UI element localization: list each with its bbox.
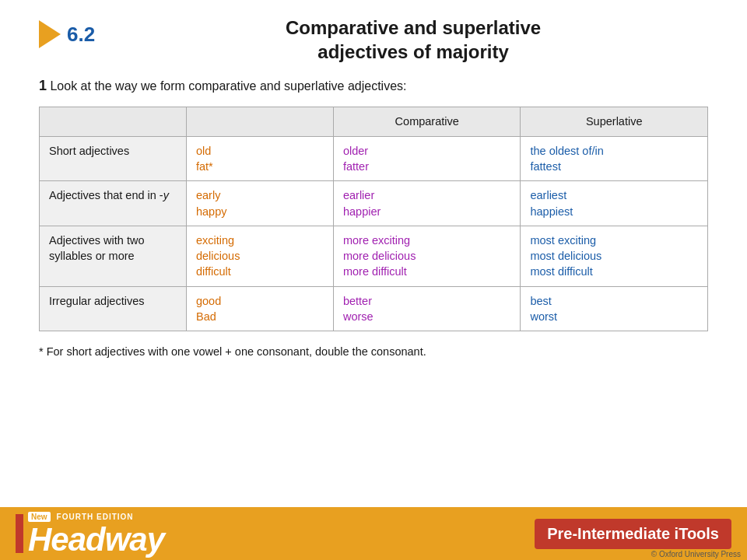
table-row: Adjectives that end in -y earlyhappy ear… [40, 181, 708, 226]
category-irregular: Irregular adjectives [40, 286, 187, 331]
lesson-number: 6.2 [67, 23, 95, 47]
comparative-irregular: betterworse [333, 286, 521, 331]
bottom-bar: New FOURTH EDITION Headway Pre-Intermedi… [0, 507, 747, 560]
adjectives-table: Comparative Superlative Short adjectives… [39, 107, 708, 331]
table-header-comparative: Comparative [333, 107, 521, 136]
comparative-short: olderfatter [333, 136, 521, 181]
edition-label: FOURTH EDITION [57, 513, 134, 521]
table-row: Adjectives with two syllables or more ex… [40, 226, 708, 286]
category-y: Adjectives that end in -y [40, 181, 187, 226]
itools-badge: Pre-Intermediate iTools [535, 519, 731, 549]
superlative-short: the oldest of/infattest [521, 136, 708, 181]
superlative-y: earliesthappiest [521, 181, 708, 226]
superlative-long: most excitingmost deliciousmost difficul… [521, 226, 708, 286]
superlative-irregular: bestworst [521, 286, 708, 331]
page-title: Comparative and superlative adjectives o… [118, 16, 708, 64]
footnote: * For short adjectives with one vowel + … [39, 344, 708, 361]
headway-brand: Headway [28, 523, 164, 556]
copyright-text: © Oxford University Press [651, 550, 741, 558]
category-long: Adjectives with two syllables or more [40, 226, 187, 286]
table-header-col1 [186, 107, 333, 136]
table-header-empty [40, 107, 187, 136]
lesson-badge: 6.2 [39, 20, 95, 48]
examples-long: excitingdeliciousdifficult [186, 226, 333, 286]
table-row: Short adjectives oldfat* olderfatter the… [40, 136, 708, 181]
table-row: Irregular adjectives goodBad betterworse… [40, 286, 708, 331]
headway-logo-text: New FOURTH EDITION Headway [28, 512, 164, 556]
comparative-y: earlierhappier [333, 181, 521, 226]
new-fourth-row: New FOURTH EDITION [28, 512, 164, 522]
triangle-icon [39, 20, 61, 48]
new-badge: New [28, 512, 51, 522]
examples-irregular: goodBad [186, 286, 333, 331]
examples-short: oldfat* [186, 136, 333, 181]
headway-logo: New FOURTH EDITION Headway [16, 512, 164, 556]
category-short: Short adjectives [40, 136, 187, 181]
red-bar-icon [16, 514, 23, 553]
comparative-long: more excitingmore deliciousmore difficul… [333, 226, 521, 286]
examples-y: earlyhappy [186, 181, 333, 226]
table-header-superlative: Superlative [521, 107, 708, 136]
instruction-text: 1 Look at the way we form comparative an… [39, 78, 708, 94]
